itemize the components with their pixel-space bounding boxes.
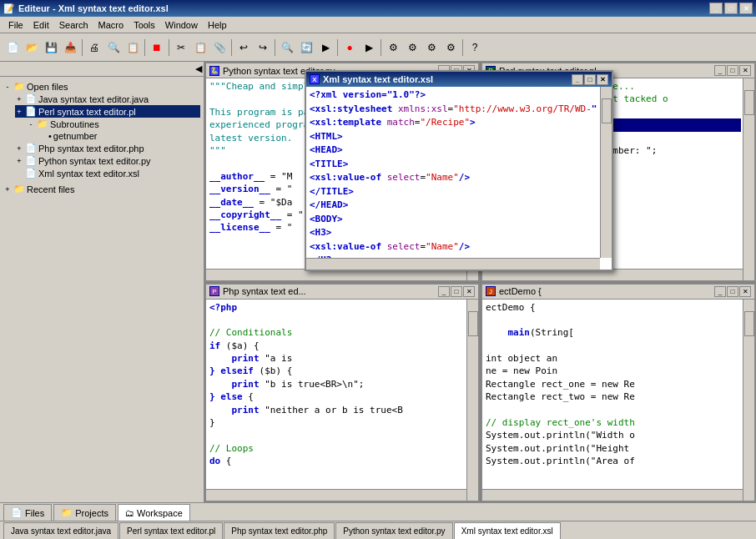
java-maximize[interactable]: □ [727,286,738,297]
xml-maximize[interactable]: □ [584,74,596,85]
menu-edit[interactable]: Edit [28,18,54,32]
java-editor-buttons: _ □ ✕ [714,286,751,297]
subroutines-icon: 📁 [37,118,48,129]
toolbar-sep-7 [381,39,381,56]
perl-maximize[interactable]: □ [727,65,738,76]
toolbar-sep-2 [144,39,145,56]
file-tab-java[interactable]: Java syntax text editor.java [3,522,118,539]
left-panel-header: ◀ [0,62,204,77]
file-tab-php[interactable]: Php syntax text editor.php [224,522,335,539]
close-button[interactable]: ✕ [739,3,753,14]
tree-getnumber[interactable]: • getnumber [38,130,200,142]
preview-button[interactable]: 🔍 [104,38,123,57]
xml-hscrollbar[interactable] [306,258,600,270]
content-area: 🐍 Python syntax text editor.py _ □ ✕ """… [204,62,756,502]
workspace-tab-label: Workspace [137,508,183,518]
new-button[interactable]: 📄 [3,38,22,57]
record-button[interactable]: ● [340,38,359,57]
perl-minimize[interactable]: _ [714,65,726,76]
php-tab-label: Php syntax text editor.php [231,526,327,536]
tool4-button[interactable]: ⚙ [441,38,460,57]
tree-recent-files[interactable]: + 📁 Recent files [3,183,200,195]
tree-subroutines[interactable]: - 📁 Subroutines [27,118,200,130]
java-file-icon: 📄 [25,93,37,104]
java-hscrollbar[interactable] [482,489,743,501]
tree-python-file[interactable]: + 📄 Python syntax text editor.py [15,154,200,167]
xml-close[interactable]: ✕ [597,74,608,85]
xml-popup-window: X Xml syntax text editor.xsl _ □ ✕ <?xml… [305,70,613,271]
replace-button[interactable]: 🔄 [297,38,315,57]
open-button[interactable]: 📂 [23,38,41,57]
minimize-button[interactable]: _ [709,3,723,14]
title-bar-text: Editeur - Xml syntax text editor.xsl [18,3,709,13]
title-bar-buttons: _ □ ✕ [709,3,753,14]
menu-tools[interactable]: Tools [129,18,160,32]
java-editor-content[interactable]: ectDemo { main(String[ int object an ne … [482,300,754,501]
menu-search[interactable]: Search [54,18,93,32]
tree-xml-file[interactable]: 📄 Xml syntax text editor.xsl [15,167,200,179]
python-expand-icon: + [15,157,23,165]
undo-button[interactable]: ↩ [234,38,253,57]
findnext-button[interactable]: ▶ [316,38,335,57]
perl-close[interactable]: ✕ [739,65,751,76]
getnumber-label: getnumber [53,131,98,141]
title-bar-icon: 📝 [3,3,15,14]
tab-projects[interactable]: 📁 Projects [53,504,116,521]
bottom-tabs: 📄 Files 📁 Projects 🗂 Workspace [0,502,756,521]
tab-files[interactable]: 📄 Files [3,504,52,521]
tool2-button[interactable]: ⚙ [403,38,421,57]
maximize-button[interactable]: □ [724,3,738,14]
find-button[interactable]: 🔍 [278,38,296,57]
paste-button[interactable]: 📎 [210,38,229,57]
menu-macro[interactable]: Macro [93,18,129,32]
file-tab-python[interactable]: Python syntax text editor.py [335,522,452,539]
tree-java-file[interactable]: + 📄 Java syntax text editor.java [15,93,200,105]
java-vscrollbar[interactable] [743,300,754,501]
java-editor-title: ectDemo { [499,286,714,296]
file-tab-xml[interactable]: Xml syntax text editor.xsl [454,522,561,539]
tab-workspace[interactable]: 🗂 Workspace [118,504,190,521]
perl-file-icon: 📄 [25,106,37,117]
tree-open-files[interactable]: - 📁 Open files [3,80,200,93]
projects-tab-label: Projects [75,508,108,518]
php-maximize[interactable]: □ [451,286,462,297]
java-minimize[interactable]: _ [714,286,726,297]
file-tab-perl[interactable]: Perl syntax text editor.pl [119,522,223,539]
save-all-button[interactable]: 📥 [61,38,79,57]
xml-popup-content[interactable]: <?xml version="1.0"?> <xsl:stylesheet xm… [306,87,612,270]
redo-button[interactable]: ↪ [254,38,272,57]
toolbar-sep-5 [275,39,275,56]
xml-vscrollbar[interactable] [600,87,612,258]
php-minimize[interactable]: _ [438,286,450,297]
java-expand-icon: + [15,95,23,103]
menu-help[interactable]: Help [203,18,232,32]
php-hscrollbar[interactable] [206,489,466,501]
perl-vscrollbar[interactable] [743,78,754,280]
toolbar-sep-4 [231,39,232,56]
tree-php-file[interactable]: + 📄 Php syntax text editor.php [15,142,200,154]
python-editor-icon: 🐍 [209,66,219,76]
php-vscrollbar[interactable] [466,300,478,501]
php-editor-buttons: _ □ ✕ [438,286,475,297]
print-button[interactable]: 🖨 [85,38,103,57]
menu-file[interactable]: File [3,18,28,32]
java-close[interactable]: ✕ [739,286,751,297]
tree-perl-file[interactable]: + 📄 Perl syntax text editor.pl [15,105,200,118]
cut-button[interactable]: ✂ [172,38,190,57]
left-panel-collapse[interactable]: ◀ [195,63,202,74]
projects-tab-icon: 📁 [61,507,73,518]
save-button[interactable]: 💾 [42,38,60,57]
properties-button[interactable]: 📋 [123,38,142,57]
copy-button[interactable]: 📋 [191,38,209,57]
php-editor-content[interactable]: <?php // Conditionals if ($a) { print "a… [206,300,478,501]
xml-file-label: Xml syntax text editor.xsl [38,169,139,179]
tool3-button[interactable]: ⚙ [422,38,441,57]
php-close[interactable]: ✕ [463,286,475,297]
menu-window[interactable]: Window [160,18,203,32]
help-button[interactable]: ? [466,38,484,57]
xml-minimize[interactable]: _ [572,74,583,85]
python-tab-label: Python syntax text editor.py [343,526,445,536]
stop-button[interactable]: ⏹ [148,38,166,57]
play-button[interactable]: ▶ [360,38,378,57]
tool1-button[interactable]: ⚙ [384,38,402,57]
